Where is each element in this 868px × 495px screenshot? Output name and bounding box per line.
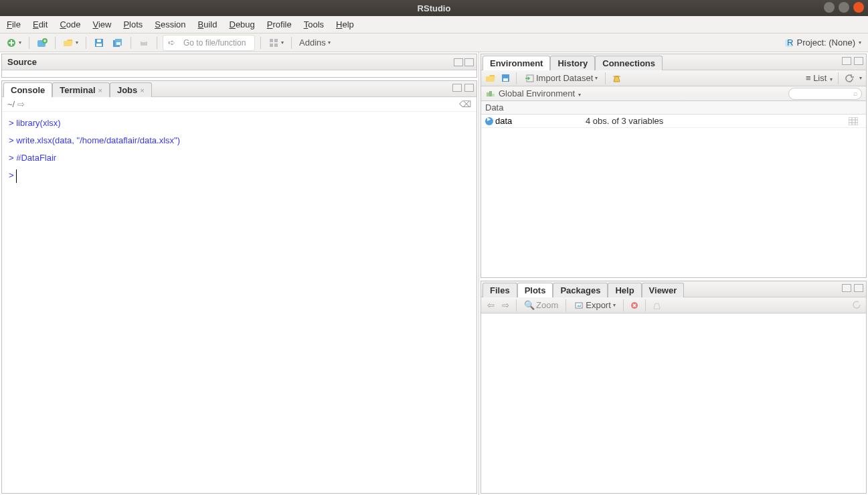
close-icon[interactable]: × <box>98 86 102 94</box>
tab-console[interactable]: Console <box>3 82 52 97</box>
project-label: Project: (None) <box>797 38 855 48</box>
svg-rect-23 <box>492 94 495 96</box>
save-all-button[interactable] <box>110 37 125 49</box>
new-file-icon <box>6 38 17 48</box>
project-selector[interactable]: R Project: (None) ▾ <box>784 38 864 48</box>
next-plot-icon[interactable]: ⇨ <box>500 300 511 311</box>
tab-help[interactable]: Help <box>608 283 641 297</box>
scope-selector[interactable]: Global Environment ▾ <box>499 88 581 98</box>
svg-rect-12 <box>274 39 278 42</box>
zoom-button[interactable]: 🔍 Zoom <box>522 299 560 311</box>
new-file-button[interactable]: ▾ <box>4 37 23 49</box>
plots-minimize-button[interactable] <box>842 284 851 292</box>
plots-maximize-button[interactable] <box>854 284 863 292</box>
remove-plot-icon[interactable] <box>629 300 640 311</box>
tab-files[interactable]: Files <box>483 283 517 297</box>
menu-file[interactable]: File <box>7 19 21 29</box>
search-icon: ⌕ <box>853 89 858 97</box>
svg-rect-4 <box>96 44 102 46</box>
tab-viewer[interactable]: Viewer <box>642 283 685 297</box>
plot-area <box>481 313 866 493</box>
refresh-icon[interactable] <box>844 73 855 84</box>
svg-rect-21 <box>487 92 489 96</box>
export-icon <box>574 300 584 311</box>
grid-view-button[interactable]: ▾ <box>266 37 286 49</box>
goto-input[interactable] <box>178 36 252 50</box>
console-minimize-button[interactable] <box>452 84 462 92</box>
main-toolbar: ▾ ▾ ➪ ▾ Addins ▾ R Project: (None) ▾ <box>0 33 868 52</box>
env-maximize-button[interactable] <box>854 57 863 65</box>
console-maximize-button[interactable] <box>464 84 474 92</box>
prev-plot-icon[interactable]: ⇦ <box>485 300 496 311</box>
menu-session[interactable]: Session <box>155 19 185 29</box>
grid-icon <box>268 38 279 48</box>
open-file-button[interactable]: ▾ <box>61 37 80 49</box>
clear-plots-icon[interactable] <box>651 300 662 311</box>
import-dataset-button[interactable]: Import Dataset ▾ <box>522 72 600 84</box>
menu-help[interactable]: Help <box>336 19 354 29</box>
export-button[interactable]: Export ▾ <box>572 299 618 311</box>
clear-env-icon[interactable] <box>611 73 622 84</box>
save-all-icon <box>112 38 123 48</box>
expand-icon[interactable] <box>485 117 493 125</box>
svg-rect-5 <box>97 40 101 42</box>
minimize-button[interactable] <box>824 2 835 13</box>
svg-rect-14 <box>274 44 278 47</box>
tab-plots[interactable]: Plots <box>517 283 553 297</box>
tab-jobs[interactable]: Jobs× <box>110 82 152 97</box>
load-workspace-icon[interactable] <box>485 73 496 84</box>
window-title: RStudio <box>418 3 451 13</box>
console-path: ~/ <box>7 99 15 109</box>
menu-edit[interactable]: Edit <box>33 19 48 29</box>
menu-code[interactable]: Code <box>60 19 80 29</box>
environment-pane: Environment History Connections Import D… <box>481 54 867 278</box>
close-icon[interactable]: × <box>140 86 144 94</box>
svg-rect-24 <box>849 117 858 125</box>
svg-text:R: R <box>787 38 793 48</box>
env-search-input[interactable] <box>788 88 862 100</box>
broom-icon[interactable]: ⌫ <box>459 99 471 109</box>
svg-rect-8 <box>116 42 120 45</box>
source-title: Source <box>7 57 37 67</box>
tab-packages[interactable]: Packages <box>553 283 608 297</box>
svg-rect-18 <box>503 78 508 81</box>
plots-pane: Files Plots Packages Help Viewer ⇦ ⇨ 🔍 Z… <box>481 281 867 494</box>
folder-open-icon <box>63 38 74 48</box>
source-minimize-button[interactable] <box>454 58 463 66</box>
save-workspace-icon[interactable] <box>500 73 511 84</box>
console-pane: Console Terminal× Jobs× ~/ ⇨ ⌫ > library… <box>1 80 477 494</box>
project-icon: R <box>784 38 794 48</box>
menu-tools[interactable]: Tools <box>304 19 324 29</box>
print-button[interactable] <box>137 37 151 49</box>
import-icon <box>524 73 535 84</box>
env-section-data: Data <box>481 101 866 115</box>
save-button[interactable] <box>92 37 106 49</box>
menu-profile[interactable]: Profile <box>267 19 292 29</box>
maximize-button[interactable] <box>839 2 849 13</box>
goto-file-function[interactable]: ➪ <box>163 35 255 51</box>
menu-view[interactable]: View <box>92 19 111 29</box>
save-icon <box>94 38 104 48</box>
close-button[interactable] <box>853 2 864 13</box>
tab-terminal[interactable]: Terminal× <box>52 82 110 97</box>
addins-menu[interactable]: Addins ▾ <box>297 37 333 48</box>
new-project-button[interactable] <box>35 37 50 49</box>
svg-rect-11 <box>270 39 273 42</box>
tab-connections[interactable]: Connections <box>595 56 663 70</box>
list-view-toggle[interactable]: ≡ List ▾ <box>806 73 833 83</box>
grid-view-icon[interactable] <box>849 117 862 125</box>
menu-build[interactable]: Build <box>198 19 218 29</box>
env-minimize-button[interactable] <box>842 57 851 65</box>
tab-environment[interactable]: Environment <box>483 56 550 70</box>
menu-debug[interactable]: Debug <box>230 19 255 29</box>
refresh-plots-icon[interactable] <box>851 299 862 310</box>
env-row-data[interactable]: data 4 obs. of 3 variables <box>481 115 866 128</box>
tab-history[interactable]: History <box>550 56 595 70</box>
menu-plots[interactable]: Plots <box>123 19 143 29</box>
source-maximize-button[interactable] <box>464 58 474 66</box>
print-icon <box>139 38 149 48</box>
console-body[interactable]: > library(xlsx) > write.xlsx(data, "/hom… <box>2 112 476 493</box>
svg-rect-22 <box>489 91 492 96</box>
run-arrow-icon[interactable]: ⇨ <box>17 99 25 109</box>
svg-rect-13 <box>270 44 273 47</box>
